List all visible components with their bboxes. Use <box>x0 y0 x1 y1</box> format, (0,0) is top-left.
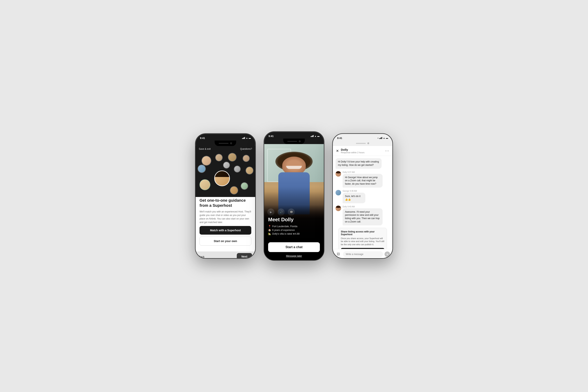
phone3-screen: ✕ Dolly Response within 2 hours ··· Hi D… <box>333 146 392 259</box>
avatar-12 <box>223 162 230 168</box>
phone3-status-bar: 9:41 ● ▲ ▬ <box>333 134 392 141</box>
phone2-screen: ▶ 🔊 💬 Meet Dolly 📍 Fort Lauderdale, Flor… <box>264 144 324 261</box>
chat-messages: Hi Dolly! I'd love your help with creati… <box>333 156 392 249</box>
avatar-4 <box>243 155 250 162</box>
avatar-grid <box>196 152 255 197</box>
share-card-description: Once you share access, your Superhost wi… <box>341 237 384 246</box>
speaker <box>287 141 297 142</box>
camera <box>299 140 301 142</box>
message-3-container: George 9:38 AM Sure, let's do it 👍👍 <box>336 190 390 203</box>
phone1-screen: Save & exit Questions? <box>196 146 255 259</box>
share-card-title: Share listing access with your Superhost <box>341 230 384 236</box>
phone1-status-bar: 9:41 ▲ ▬ <box>196 134 255 141</box>
dolly-msg-meta-2: Dolly 9:40 AM <box>342 206 390 208</box>
avatar-2 <box>215 154 223 161</box>
battery-icon: ▬ <box>386 137 388 139</box>
dolly-rating: 🏡 Dolly's villa is rated ★4.88 <box>268 232 320 235</box>
message-4-container: Dolly 9:40 AM Awesome. I'll need your pe… <box>336 206 390 226</box>
phone3-status-icons: ● ▲ ▬ <box>378 137 388 139</box>
avatar-1 <box>202 156 211 166</box>
phone1-description: We'll match you with an experienced Host… <box>200 210 251 224</box>
wifi-icon: ▲ <box>383 137 385 139</box>
george-msg-meta: George 9:38 AM <box>342 190 369 192</box>
send-message-button[interactable]: ➤ <box>384 252 390 257</box>
chat-more-button[interactable]: ··· <box>385 149 389 153</box>
save-exit-link[interactable]: Save & exit <box>199 148 211 150</box>
next-button[interactable]: Next <box>237 253 252 259</box>
george-avatar <box>336 190 341 196</box>
phone3-time: 9:41 <box>337 136 342 140</box>
phone1-title: Get one-to-one guidance from a Superhost <box>200 198 251 208</box>
avatar-10 <box>241 182 248 190</box>
phone2-notch <box>264 138 324 144</box>
questions-link[interactable]: Questions? <box>240 148 252 150</box>
message-1: Hi Dolly! I'd love your help with creati… <box>336 158 382 169</box>
wifi-icon: ▲ <box>314 135 316 137</box>
phone-3: 9:41 ● ▲ ▬ ✕ <box>332 133 393 259</box>
message-2: Dolly 9:37 AM Hi George! How about we ju… <box>342 171 390 188</box>
signal-icon <box>311 135 314 137</box>
dolly-location: 📍 Fort Lauderdale, Florida <box>268 225 320 228</box>
dolly-avatar-2 <box>336 206 341 211</box>
phone-1: 9:41 ▲ ▬ Save & e <box>195 133 256 259</box>
chat-header-info: Dolly Response within 2 hours <box>341 148 383 154</box>
phone1-content-card: Get one-to-one guidance from a Superhost… <box>196 193 255 252</box>
message-later-link[interactable]: Message later <box>268 252 320 260</box>
signal-icon <box>379 137 382 139</box>
avatar-9 <box>200 179 210 190</box>
phone3-notch <box>333 140 392 146</box>
back-button[interactable]: Back <box>199 255 204 258</box>
avatar-featured <box>214 170 230 186</box>
phone1-notch <box>196 140 255 146</box>
avatar-3 <box>228 153 236 162</box>
start-on-own-button[interactable]: Start on your own <box>200 236 251 246</box>
message-2-container: Dolly 9:37 AM Hi George! How about we ju… <box>336 171 390 188</box>
phone2-time: 9:41 <box>268 135 274 138</box>
battery-icon: ▬ <box>249 137 251 139</box>
chat-header: ✕ Dolly Response within 2 hours ··· <box>333 146 392 156</box>
phone1-status-icons: ▲ ▬ <box>242 137 251 139</box>
phone-2: 9:41 ▲ ▬ <box>264 131 324 261</box>
phone2-video-hero: ▶ 🔊 💬 Meet Dolly 📍 Fort Lauderdale, Flor… <box>264 144 324 239</box>
start-chat-button[interactable]: Start a chat <box>268 242 320 252</box>
dolly-msg-meta: Dolly 9:37 AM <box>342 171 390 173</box>
avatar-5 <box>198 165 206 173</box>
chat-message-input[interactable] <box>343 251 383 257</box>
phone1-nav: Save & exit Questions? <box>196 146 255 152</box>
dolly-bubble-2: Awesome. I'll need your permission to vi… <box>342 208 382 226</box>
george-bubble: Sure, let's do it 👍👍 <box>342 193 365 203</box>
match-superhost-button[interactable]: Match with a Superhost <box>200 226 251 234</box>
dolly-experience: 🏠 6 years of experience <box>268 229 320 232</box>
rating-icon: 🏡 <box>268 232 271 235</box>
share-listing-card: Share listing access with your Superhost… <box>338 228 387 249</box>
phone1-time: 9:41 <box>200 136 205 140</box>
avatar-7 <box>246 166 254 174</box>
signal-icon <box>242 137 245 139</box>
avatar-11 <box>230 186 238 194</box>
chat-contact-name: Dolly <box>341 148 383 151</box>
chat-back-button[interactable]: ✕ <box>336 149 339 153</box>
speaker <box>356 143 366 144</box>
image-attach-button[interactable]: 🖼 <box>335 251 342 257</box>
wifi-icon: ▲ <box>246 137 248 139</box>
camera <box>230 142 232 144</box>
chat-response-time: Response within 2 hours <box>341 151 383 154</box>
message-4: Dolly 9:40 AM Awesome. I'll need your pe… <box>342 206 390 226</box>
phone2-status-bar: 9:41 ▲ ▬ <box>264 132 324 139</box>
bluetooth-icon: ● <box>378 137 378 139</box>
dolly-name-label: Meet Dolly <box>268 216 320 223</box>
dolly-avatar <box>336 171 341 176</box>
phone1-hero: Save & exit Questions? <box>196 146 255 197</box>
location-icon: 📍 <box>268 225 271 228</box>
dolly-bubble-1: Hi George! How about we jump on a Zoom c… <box>342 174 382 188</box>
message-3: George 9:38 AM Sure, let's do it 👍👍 <box>342 190 369 203</box>
phone2-cta: Start a chat Message later <box>264 239 324 261</box>
chat-input-area: 🖼 ➤ <box>333 249 392 259</box>
battery-icon: ▬ <box>317 135 320 137</box>
phones-container: 9:41 ▲ ▬ Save & e <box>195 131 393 261</box>
avatar-6 <box>234 166 241 172</box>
phone1-bottom-bar: Back Next <box>196 252 255 259</box>
camera <box>367 142 369 144</box>
phone2-status-icons: ▲ ▬ <box>311 135 320 137</box>
speaker <box>219 143 228 144</box>
